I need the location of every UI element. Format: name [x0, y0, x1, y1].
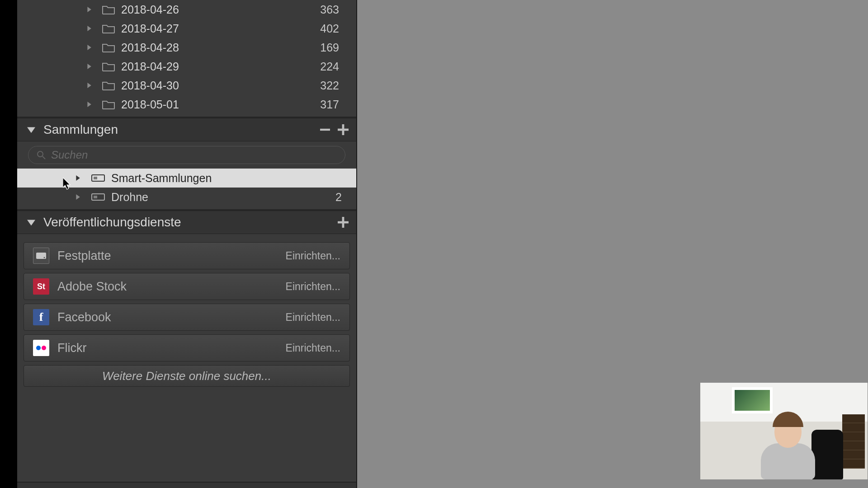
collections-header-title: Sammlungen: [43, 122, 314, 137]
publish-service-card[interactable]: FestplatteEinrichten...: [24, 242, 350, 269]
publish-header-title: Veröffentlichungsdienste: [43, 215, 332, 230]
collection-label: Smart-Sammlungen: [111, 172, 342, 185]
folder-icon: [102, 99, 115, 109]
find-more-services-button[interactable]: Weitere Dienste online suchen...: [24, 365, 350, 387]
folder-label: 2018-04-30: [121, 79, 320, 92]
left-margin-strip: [0, 0, 17, 488]
folder-row[interactable]: 2018-05-01317: [17, 95, 356, 114]
disclosure-triangle-right-icon[interactable]: [85, 81, 93, 89]
svg-point-10: [38, 151, 43, 157]
svg-marker-15: [76, 194, 80, 200]
publish-body: FestplatteEinrichten...StAdobe StockEinr…: [17, 234, 356, 393]
folder-count: 317: [320, 98, 348, 111]
svg-marker-18: [27, 220, 35, 226]
svg-point-24: [42, 346, 46, 350]
svg-rect-14: [94, 177, 97, 179]
collection-count: 2: [335, 191, 342, 204]
collection-row[interactable]: Drohne2: [17, 188, 356, 206]
collection-set-icon: [91, 192, 105, 202]
disclosure-triangle-right-icon[interactable]: [85, 62, 93, 70]
folder-count: 224: [320, 60, 348, 73]
collection-set-icon: [91, 173, 105, 183]
collections-search-field[interactable]: [28, 146, 345, 164]
folder-label: 2018-04-28: [121, 41, 320, 54]
collections-search-input[interactable]: [51, 149, 337, 161]
disclosure-triangle-right-icon[interactable]: [85, 5, 93, 14]
disclosure-triangle-down-icon[interactable]: [26, 125, 36, 135]
panel-footer-resizer[interactable]: [17, 482, 356, 488]
collection-label: Drohne: [111, 191, 335, 204]
svg-marker-0: [87, 7, 91, 12]
publish-service-label: Adobe Stock: [57, 280, 286, 294]
disclosure-triangle-right-icon[interactable]: [85, 100, 93, 108]
adobe-stock-icon: St: [33, 278, 49, 295]
folder-count: 402: [320, 22, 348, 35]
publish-header[interactable]: Veröffentlichungsdienste: [17, 211, 356, 234]
publish-service-label: Festplatte: [57, 249, 286, 263]
svg-point-22: [44, 257, 45, 258]
webcam-scene: [700, 383, 868, 479]
flickr-icon: [33, 340, 49, 356]
folder-icon: [102, 61, 115, 71]
svg-rect-17: [94, 196, 97, 198]
folder-row[interactable]: 2018-04-26363: [17, 0, 356, 19]
svg-point-23: [36, 346, 41, 350]
collections-collapse-button[interactable]: [318, 123, 332, 136]
disclosure-triangle-right-icon[interactable]: [85, 43, 93, 52]
svg-marker-6: [27, 127, 35, 133]
disclosure-triangle-right-icon[interactable]: [75, 174, 83, 182]
left-panel: 2018-04-263632018-04-274022018-04-281692…: [17, 0, 357, 488]
folder-icon: [102, 23, 115, 33]
svg-line-11: [42, 156, 45, 159]
svg-rect-9: [338, 129, 349, 131]
folder-count: 322: [320, 79, 348, 92]
search-icon: [37, 150, 46, 160]
folder-count: 363: [320, 3, 348, 16]
folder-label: 2018-05-01: [121, 98, 320, 111]
collections-add-button[interactable]: [336, 123, 350, 136]
collections-search-wrap: [17, 141, 356, 169]
collections-header[interactable]: Sammlungen: [17, 118, 356, 141]
svg-marker-12: [76, 175, 80, 181]
publish-service-label: Facebook: [57, 310, 286, 324]
collections-body: Smart-SammlungenDrohne2: [17, 141, 356, 211]
publish-add-button[interactable]: [336, 216, 350, 229]
hdd-icon: [33, 248, 49, 264]
svg-marker-4: [87, 83, 91, 88]
folder-label: 2018-04-26: [121, 3, 320, 16]
folders-list: 2018-04-263632018-04-274022018-04-281692…: [17, 0, 356, 118]
folder-icon: [102, 42, 115, 52]
svg-marker-5: [87, 102, 91, 107]
folder-label: 2018-04-27: [121, 22, 320, 35]
publish-service-card[interactable]: StAdobe StockEinrichten...: [24, 273, 350, 300]
disclosure-triangle-down-icon[interactable]: [26, 217, 36, 227]
publish-service-setup-link[interactable]: Einrichten...: [286, 342, 340, 354]
svg-marker-3: [87, 64, 91, 69]
svg-marker-2: [87, 45, 91, 50]
svg-rect-20: [338, 221, 349, 224]
folder-count: 169: [320, 41, 348, 54]
svg-marker-1: [87, 26, 91, 31]
folder-row[interactable]: 2018-04-29224: [17, 57, 356, 76]
svg-rect-7: [320, 129, 330, 131]
folder-row[interactable]: 2018-04-30322: [17, 76, 356, 95]
publish-service-card[interactable]: fFacebookEinrichten...: [24, 304, 350, 331]
publish-service-label: Flickr: [57, 341, 286, 355]
disclosure-triangle-right-icon[interactable]: [85, 24, 93, 33]
publish-service-setup-link[interactable]: Einrichten...: [286, 311, 340, 324]
folder-icon: [102, 80, 115, 90]
folder-icon: [102, 5, 115, 14]
collection-row[interactable]: Smart-Sammlungen: [17, 169, 356, 188]
folder-label: 2018-04-29: [121, 60, 320, 73]
folder-row[interactable]: 2018-04-27402: [17, 19, 356, 38]
publish-service-setup-link[interactable]: Einrichten...: [286, 281, 340, 293]
publish-service-card[interactable]: FlickrEinrichten...: [24, 334, 350, 361]
webcam-pip: [700, 382, 868, 480]
publish-service-setup-link[interactable]: Einrichten...: [286, 250, 340, 262]
facebook-icon: f: [33, 309, 49, 325]
folder-row[interactable]: 2018-04-28169: [17, 38, 356, 57]
disclosure-triangle-right-icon[interactable]: [75, 193, 83, 201]
